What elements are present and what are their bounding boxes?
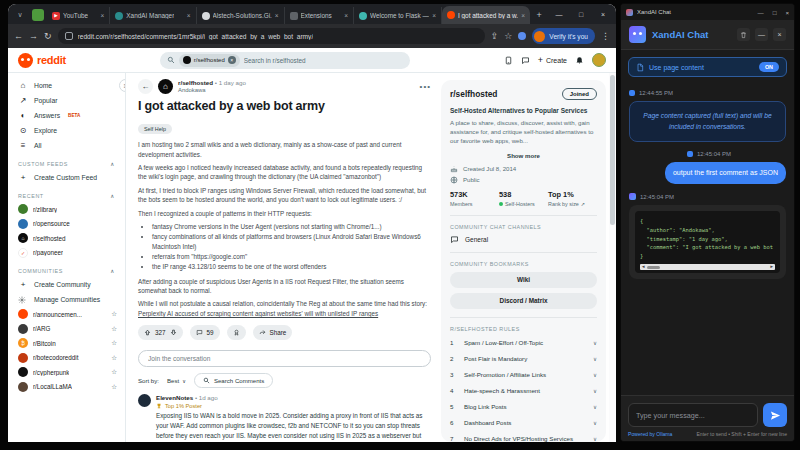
custom-feeds-header[interactable]: CUSTOM FEEDS∧ <box>18 161 119 167</box>
sidebar-item-home[interactable]: ⌂Home <box>18 78 119 93</box>
reload-icon[interactable]: ↻ <box>44 31 52 41</box>
commenter-avatar[interactable] <box>138 394 151 407</box>
close-tab-icon[interactable]: × <box>101 12 105 19</box>
pinned-tab-favicon[interactable] <box>32 9 44 21</box>
verify-profile-chip[interactable]: Verify it's you <box>532 28 595 44</box>
post-subreddit[interactable]: r/selfhosted <box>178 79 213 86</box>
discord-matrix-button[interactable]: Discord / Matrix <box>450 293 597 309</box>
create-custom-feed-button[interactable]: +Create Custom Feed <box>18 170 119 185</box>
sidebar-collapse-button[interactable]: ≡ <box>119 79 126 92</box>
close-tab-icon[interactable]: × <box>344 12 348 19</box>
chat-icon[interactable] <box>521 56 530 65</box>
sidebar-item-explore[interactable]: ⊙Explore <box>18 123 119 138</box>
reddit-logo[interactable]: reddit <box>18 53 66 68</box>
chat-channel-general[interactable]: General <box>450 235 597 244</box>
comments-pill[interactable]: 59 <box>190 325 220 340</box>
page-scrollbar[interactable] <box>609 73 616 442</box>
subreddit-avatar[interactable]: ⌂ <box>158 79 173 94</box>
rule-item[interactable]: 5Blog Link Posts∨ <box>450 403 597 411</box>
chip-close-icon[interactable]: × <box>228 56 236 64</box>
user-avatar[interactable] <box>592 53 606 67</box>
back-icon[interactable]: ← <box>14 31 23 41</box>
close-tab-icon[interactable]: × <box>187 12 191 19</box>
close-icon[interactable]: × <box>785 9 789 16</box>
search-bar[interactable]: r/selfhosted × <box>160 52 410 69</box>
browser-menu-icon[interactable]: ⋮ <box>601 31 610 41</box>
close-tab-icon[interactable]: × <box>275 12 279 19</box>
favorite-star-icon[interactable]: ☆ <box>111 354 117 362</box>
share-pill[interactable]: Share <box>253 325 293 340</box>
join-conversation-input[interactable] <box>138 350 431 367</box>
post-flair-badge[interactable]: Self Help <box>138 124 172 134</box>
wiki-button[interactable]: Wiki <box>450 272 597 288</box>
recent-header[interactable]: RECENT∧ <box>18 193 119 199</box>
upvote-icon[interactable] <box>144 329 151 336</box>
tab-github[interactable]: Alstech-Solutions.Gi... × <box>197 7 285 24</box>
post-options-icon[interactable]: ••• <box>420 82 431 91</box>
show-more-button[interactable]: Show more <box>450 152 597 159</box>
notifications-bell-icon[interactable] <box>575 56 584 65</box>
sidebar-item-localllama[interactable]: r/LocalLLaMA☆ <box>18 380 119 395</box>
tab-flask[interactable]: Welcome to Flask — F... × <box>354 7 442 24</box>
tab-reddit-active[interactable]: I got attacked by a w... × <box>442 6 530 24</box>
sidebar-item-answers[interactable]: ◐AnswersBETA <box>18 108 119 123</box>
tab-extensions[interactable]: Extensions × <box>285 7 354 24</box>
sidebar-item-arg[interactable]: r/ARG☆ <box>18 322 119 337</box>
sidebar-item-bitcoin[interactable]: ₿r/Bitcoin☆ <box>18 336 119 351</box>
favorite-star-icon[interactable]: ☆ <box>111 383 117 391</box>
rule-item[interactable]: 3Self-Promotion / Affiliate Links∨ <box>450 371 597 379</box>
sidebar-item-recent-payoneer[interactable]: ✓r/payoneer <box>18 246 119 261</box>
close-tab-icon[interactable]: × <box>432 12 436 19</box>
favorite-star-icon[interactable]: ☆ <box>111 325 117 333</box>
minimize-icon[interactable]: — <box>757 9 763 16</box>
share-icon[interactable]: ⇪ <box>491 31 499 41</box>
maximize-icon[interactable]: □ <box>570 4 592 24</box>
search-comments-button[interactable]: Search Comments <box>194 373 273 388</box>
rule-item[interactable]: 7No Direct Ads for VPS/Hosting Services∨ <box>450 435 597 442</box>
maximize-icon[interactable]: □ <box>773 9 777 16</box>
post-author[interactable]: Andokawa <box>178 87 246 94</box>
sidebar-item-cypherpunk[interactable]: r/cypherpunk☆ <box>18 365 119 380</box>
message-input[interactable] <box>628 403 758 427</box>
clear-chat-trash-icon[interactable] <box>737 28 750 41</box>
scroll-left-icon[interactable]: ◄ <box>641 265 645 270</box>
create-post-button[interactable]: +Create <box>538 55 567 65</box>
post-link[interactable]: Perplexity AI accused of scraping conten… <box>138 310 378 317</box>
site-info-icon[interactable] <box>65 32 73 40</box>
powered-by-link[interactable]: Powered by Ollama <box>628 431 672 437</box>
close-tab-icon[interactable]: × <box>521 12 525 19</box>
favorite-star-icon[interactable]: ☆ <box>111 368 117 376</box>
sidebar-item-recent-selfhosted[interactable]: ⌂r/selfhosted <box>18 231 119 246</box>
rule-item[interactable]: 4Hate-speech & Harassment∨ <box>450 387 597 395</box>
tab-xandai-manager[interactable]: XandAI Manager × <box>110 7 196 24</box>
sidebar-item-recent-opensource[interactable]: r/opensource <box>18 217 119 232</box>
forward-icon[interactable]: → <box>29 31 38 41</box>
downvote-icon[interactable] <box>170 329 177 336</box>
use-page-content-toggle[interactable]: Use page content ON <box>628 57 787 77</box>
back-button[interactable]: ← <box>138 79 153 94</box>
joined-button[interactable]: Joined <box>562 88 597 100</box>
sidebar-item-recent-zlibrary[interactable]: r/zlibrary <box>18 202 119 217</box>
manage-communities-button[interactable]: Manage Communities <box>18 292 119 307</box>
sidebar-item-announcements[interactable]: r/announcemen...☆ <box>18 307 119 322</box>
new-tab-button[interactable]: + <box>532 8 546 22</box>
create-community-button[interactable]: +Create Community <box>18 277 119 292</box>
code-horizontal-scrollbar[interactable]: ◄ ► <box>640 264 775 270</box>
favorite-star-icon[interactable]: ☆ <box>111 310 117 318</box>
minimize-icon[interactable]: — <box>548 4 570 24</box>
rule-item[interactable]: 1Spam / Low-Effort / Off-Topic∨ <box>450 339 597 347</box>
url-bar[interactable]: reddit.com/r/selfhosted/comments/1mr5kpi… <box>58 28 485 44</box>
close-chat-icon[interactable]: × <box>773 28 786 41</box>
scrollbar-thumb[interactable] <box>610 75 615 225</box>
scroll-right-icon[interactable]: ► <box>770 265 774 270</box>
bookmark-star-icon[interactable]: ☆ <box>504 31 512 41</box>
award-pill[interactable] <box>227 325 246 340</box>
get-app-icon[interactable] <box>504 56 513 65</box>
community-name[interactable]: r/selfhosted <box>450 89 497 99</box>
sort-dropdown[interactable]: Best∨ <box>167 377 186 384</box>
communities-header[interactable]: COMMUNITIES∧ <box>18 268 119 274</box>
close-icon[interactable]: × <box>592 4 614 24</box>
comment-author[interactable]: ElevenNotes <box>156 394 193 401</box>
scrollbar-thumb[interactable] <box>647 266 660 269</box>
search-subreddit-chip[interactable]: r/selfhosted × <box>179 54 240 67</box>
